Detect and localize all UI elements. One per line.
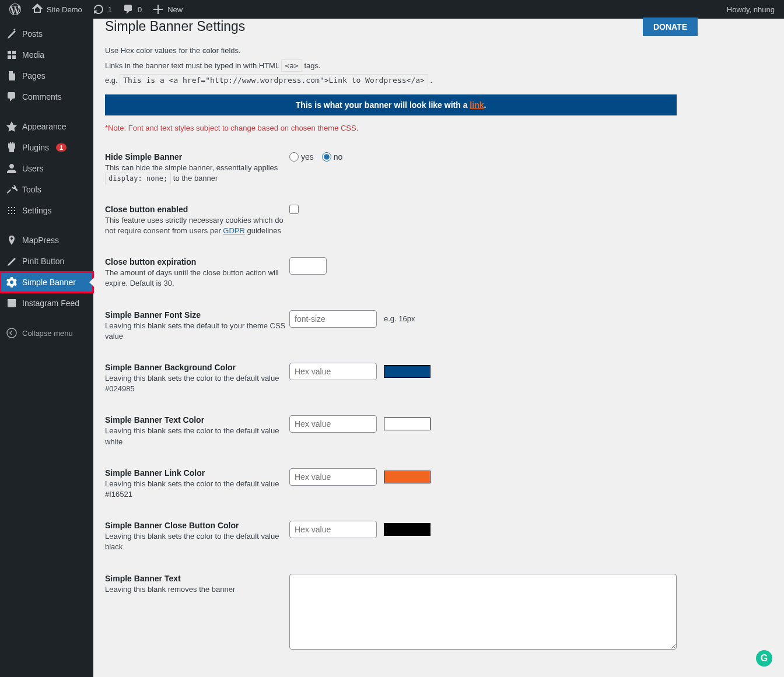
grammarly-icon[interactable]: G [756,650,772,667]
menu-simple-banner[interactable]: Simple Banner [0,272,93,293]
bg-color-input[interactable] [289,363,377,380]
banner-preview-link[interactable]: link [470,100,484,110]
admin-bar: Site Demo 1 0 New Howdy, nhung [0,0,784,19]
gdpr-link[interactable]: GDPR [223,226,245,235]
menu-settings[interactable]: Settings [0,200,93,221]
howdy-label: Howdy, nhung [727,5,775,14]
font-size-label: Simple Banner Font Size [105,310,289,320]
donate-button[interactable]: Donate [643,17,698,36]
link-color-swatch[interactable] [384,471,430,483]
close-color-swatch[interactable] [384,523,430,536]
banner-preview: This is what your banner will look like … [105,94,677,115]
close-enabled-checkbox[interactable] [289,205,299,214]
close-enabled-label: Close button enabled [105,205,289,214]
font-size-hint: e.g. 16px [384,314,415,323]
site-name-label: Site Demo [47,5,82,14]
theme-note: *Note: Font and text styles subject to c… [105,124,677,132]
menu-plugins[interactable]: Plugins1 [0,137,93,158]
updates[interactable]: 1 [88,0,117,19]
plugins-badge: 1 [56,143,66,152]
menu-tools[interactable]: Tools [0,179,93,200]
menu-instagram[interactable]: Instagram Feed [0,293,93,314]
banner-text-label: Simple Banner Text [105,574,289,583]
new-label: New [167,5,183,14]
collapse-menu[interactable]: Collapse menu [0,322,93,343]
menu-media[interactable]: Media [0,44,93,65]
bg-color-swatch[interactable] [384,365,430,378]
intro-links: Links in the banner text must be typed i… [105,60,677,72]
close-color-label: Simple Banner Close Button Color [105,521,289,530]
intro-hex: Use Hex color values for the color field… [105,45,677,57]
bg-color-label: Simple Banner Background Color [105,363,289,372]
main-content: Simple Banner Settings Donate Use Hex co… [93,19,688,677]
text-color-input[interactable] [289,415,377,433]
close-color-input[interactable] [289,521,377,538]
svg-point-0 [7,328,16,338]
hide-label: Hide Simple Banner [105,152,289,162]
text-color-swatch[interactable] [384,418,430,430]
link-color-label: Simple Banner Link Color [105,468,289,478]
menu-pages[interactable]: Pages [0,65,93,86]
site-home[interactable]: Site Demo [27,0,87,19]
menu-mappress[interactable]: MapPress [0,230,93,251]
updates-count: 1 [108,5,112,14]
admin-sidebar: Posts Media Pages Comments Appearance Pl… [0,19,93,677]
close-exp-label: Close button expiration [105,257,289,266]
howdy-user[interactable]: Howdy, nhung [722,0,779,19]
wp-logo[interactable] [5,0,26,19]
new-content[interactable]: New [148,0,187,19]
menu-pinit[interactable]: PinIt Button [0,251,93,272]
hide-yes[interactable]: yes [289,152,314,162]
comments-count: 0 [138,5,142,14]
page-title: Simple Banner Settings [105,19,245,34]
text-color-label: Simple Banner Text Color [105,415,289,425]
menu-posts[interactable]: Posts [0,23,93,44]
hide-no[interactable]: no [322,152,343,162]
comments-link[interactable]: 0 [118,0,146,19]
close-exp-input[interactable] [289,257,327,275]
banner-text-input[interactable] [289,574,677,650]
menu-comments[interactable]: Comments [0,86,93,107]
link-color-input[interactable] [289,468,377,486]
font-size-input[interactable] [289,310,377,328]
menu-appearance[interactable]: Appearance [0,116,93,137]
intro-example: e.g. This is a <a href="http://www.wordp… [105,75,677,86]
menu-users[interactable]: Users [0,158,93,179]
